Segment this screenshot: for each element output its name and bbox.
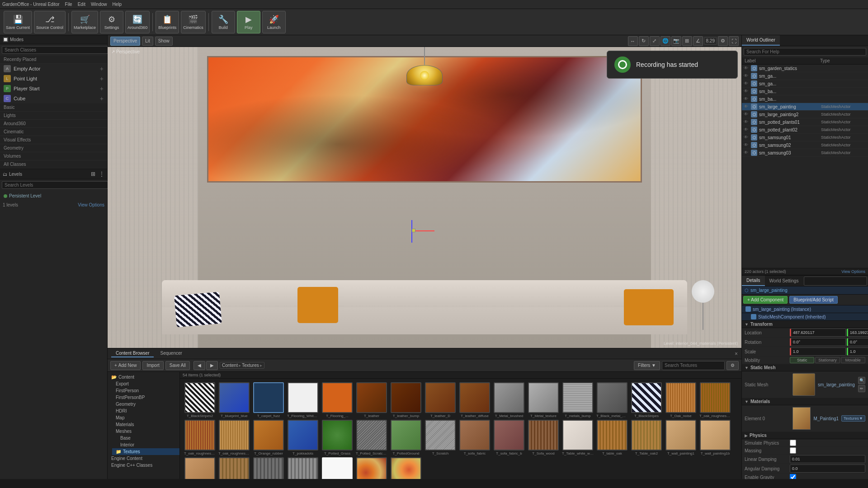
viewport-settings-icon[interactable]: ⚙ <box>718 36 728 46</box>
angle-snap-icon[interactable]: ∠ <box>693 36 703 46</box>
scale-x-input[interactable] <box>790 347 846 356</box>
blueprint-add-button[interactable]: Blueprint/Add Script <box>789 296 837 304</box>
details-search-input[interactable] <box>804 277 867 286</box>
eye-icon[interactable]: 👁 <box>744 96 749 102</box>
tree-export[interactable]: Export <box>112 380 179 387</box>
tree-geometry[interactable]: Geometry <box>112 401 179 408</box>
point-light-item[interactable]: L Point Light + <box>0 74 107 84</box>
texture-item[interactable]: T_wood_planks_specular <box>287 457 319 479</box>
angular-damping-input[interactable] <box>790 465 865 473</box>
outliner-item[interactable]: 👁 ⬡ sm_samsung01 StaticMeshActor <box>742 134 868 141</box>
texture-item[interactable]: T_wall_painting1b <box>699 420 731 455</box>
tree-content[interactable]: 📂 Content <box>108 374 179 380</box>
source-control-button[interactable]: ⎇ Source Control <box>34 11 66 33</box>
outliner-item[interactable]: 👁 ⬡ sm_ga... <box>742 72 868 80</box>
tree-engine-content[interactable]: Engine Content <box>108 455 179 462</box>
texture-item[interactable]: T_table_oak <box>596 420 628 455</box>
menu-file[interactable]: File <box>65 2 72 7</box>
scale-y-input[interactable] <box>847 347 868 356</box>
save-all-button[interactable]: Save All <box>165 361 190 370</box>
forward-button[interactable]: ▶ <box>206 361 218 370</box>
outliner-search-input[interactable] <box>744 48 866 56</box>
cinematics-button[interactable]: 🎬 Cinematics <box>181 11 206 33</box>
texture-item[interactable]: T_blueprint_blue <box>218 382 250 418</box>
eye-icon[interactable]: 👁 <box>744 150 749 155</box>
outliner-item[interactable]: 👁 ⬡ sm_garden_statics <box>742 65 868 72</box>
import-button[interactable]: Import <box>142 361 163 370</box>
lit-button[interactable]: Lit <box>142 37 153 46</box>
movable-mobility-button[interactable]: Movable <box>841 357 865 363</box>
texture-item[interactable]: T_oak_roughness_2 <box>184 420 216 455</box>
transform-icon[interactable]: ↔ <box>628 36 638 46</box>
maximize-icon[interactable]: ⛶ <box>729 36 739 46</box>
world-icon[interactable]: 🌐 <box>660 36 670 46</box>
eye-icon[interactable]: 👁 <box>744 127 749 132</box>
eye-icon[interactable]: 👁 <box>744 112 749 117</box>
texture-item[interactable]: T_BlackStripes <box>630 382 663 418</box>
eye-icon[interactable]: 👁 <box>744 119 749 125</box>
texture-item[interactable]: T_Sofa_wood <box>527 420 560 455</box>
texture-item[interactable]: T_BlackStripes2 <box>184 382 216 418</box>
play-button[interactable]: ▶ Play <box>237 11 260 33</box>
texture-item[interactable]: T_Flooring_... <box>321 382 354 418</box>
tree-materials[interactable]: Materials <box>112 421 179 428</box>
build-button[interactable]: 🔧 Build <box>212 11 235 33</box>
texture-item[interactable]: T_Black_metal_Scratched <box>596 382 628 418</box>
texture-item[interactable]: T_Oak_noise <box>665 382 697 418</box>
eye-icon[interactable]: 👁 <box>744 135 749 140</box>
perspective-button[interactable]: Perspective <box>110 37 140 46</box>
mesh-edit-button[interactable]: ✏ <box>858 385 865 392</box>
tree-textures[interactable]: 📁 Textures <box>112 448 179 455</box>
texture-item[interactable]: White_D <box>321 457 354 479</box>
texture-item[interactable]: T_oak_roughness_3 <box>218 420 250 455</box>
levels-expand-icon[interactable]: ⊞ <box>91 171 95 177</box>
texture-item[interactable]: T_leather_diffuse <box>458 382 491 418</box>
tree-hdri[interactable]: HDRI <box>112 408 179 414</box>
persistent-level-item[interactable]: Persistent Level <box>2 192 105 199</box>
rotation-y-input[interactable] <box>847 338 868 346</box>
outliner-item[interactable]: 👁 ⬡ sm_ba... <box>742 88 868 95</box>
texture-item[interactable]: T_wall_painting1 <box>665 420 697 455</box>
texture-item[interactable]: T_PottedGround <box>390 420 422 455</box>
static-mesh-component[interactable]: StaticMeshComponent (Inherited) <box>742 313 868 321</box>
details-tab[interactable]: Details <box>742 276 765 286</box>
texture-item[interactable]: T_wall_painting2 <box>184 457 216 479</box>
around360-button[interactable]: 🔄 Around360 <box>125 11 150 33</box>
texture-item[interactable]: T_Table_oak2 <box>630 420 663 455</box>
texture-item[interactable]: T_pokkadots <box>287 420 319 455</box>
menu-edit[interactable]: Edit <box>78 2 85 7</box>
texture-item[interactable]: T_wood_planks_normal <box>252 457 285 479</box>
stationary-mobility-button[interactable]: Stationary <box>815 357 840 363</box>
filters-button[interactable]: Filters ▼ <box>634 361 660 370</box>
class-search-input[interactable] <box>2 46 109 54</box>
rotation-x-input[interactable] <box>790 338 846 346</box>
camera-icon[interactable]: 📷 <box>671 36 681 46</box>
component-instance[interactable]: sm_large_painting (Instance) <box>742 305 868 313</box>
add-new-button[interactable]: + Add New <box>110 361 141 370</box>
mass-checkbox[interactable] <box>790 447 796 454</box>
location-y-input[interactable] <box>847 328 868 337</box>
outliner-item[interactable]: 👁 ⬡ sm_large_painting StaticMeshActor <box>742 103 868 111</box>
texture-item[interactable]: T_Scratch <box>424 420 457 455</box>
texture-item[interactable]: T_sofa_fabric <box>458 420 491 455</box>
sequencer-tab[interactable]: Sequencer <box>156 350 186 357</box>
levels-view-options[interactable]: View Options <box>78 202 104 207</box>
menu-help[interactable]: Help <box>112 2 122 7</box>
outliner-item[interactable]: 👁 ⬡ sm_potted_plants01 StaticMeshActor <box>742 118 868 126</box>
texture-item[interactable]: T_carpet_fuzz <box>252 382 285 418</box>
settings-button[interactable]: ⚙ Settings <box>100 11 123 33</box>
texture-item[interactable]: T_leather_D <box>424 382 457 418</box>
content-browser-tab[interactable]: Content Browser <box>111 350 154 357</box>
outliner-item[interactable]: 👁 ⬡ sm_samsung03 StaticMeshActor <box>742 149 868 157</box>
static-mobility-button[interactable]: Static <box>790 357 814 363</box>
outliner-item[interactable]: 👁 ⬡ sm_ba... <box>742 95 868 103</box>
cube-item[interactable]: C Cube + <box>0 94 107 103</box>
linear-damping-input[interactable] <box>790 455 865 463</box>
rotate-icon[interactable]: ↻ <box>639 36 649 46</box>
eye-icon[interactable]: 👁 <box>744 89 749 94</box>
texture-item[interactable]: T_wall_painting_power2 <box>390 457 422 479</box>
texture-item[interactable]: T_Table_white_wood <box>561 420 594 455</box>
blueprints-button[interactable]: 📋 Blueprints <box>156 11 179 33</box>
texture-item[interactable]: T_leather <box>355 382 388 418</box>
outliner-item[interactable]: 👁 ⬡ sm_potted_plant02 StaticMeshActor <box>742 126 868 134</box>
